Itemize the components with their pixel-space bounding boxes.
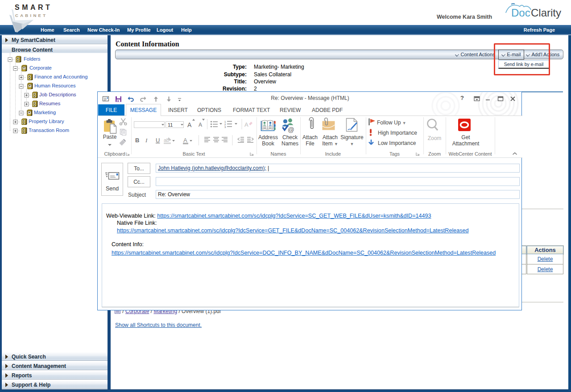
svg-text:A: A bbox=[199, 122, 202, 128]
svg-text:11: 11 bbox=[168, 122, 173, 128]
svg-text:B: B bbox=[135, 137, 139, 144]
svg-text:Paste: Paste bbox=[103, 134, 117, 140]
svg-text:A: A bbox=[183, 137, 187, 144]
svg-text:A: A bbox=[244, 121, 248, 128]
svg-text:U: U bbox=[156, 137, 160, 144]
svg-text:@: @ bbox=[288, 126, 294, 133]
svg-text:3: 3 bbox=[224, 126, 226, 128]
svg-text:A: A bbox=[187, 121, 192, 128]
svg-text:I: I bbox=[145, 137, 148, 144]
